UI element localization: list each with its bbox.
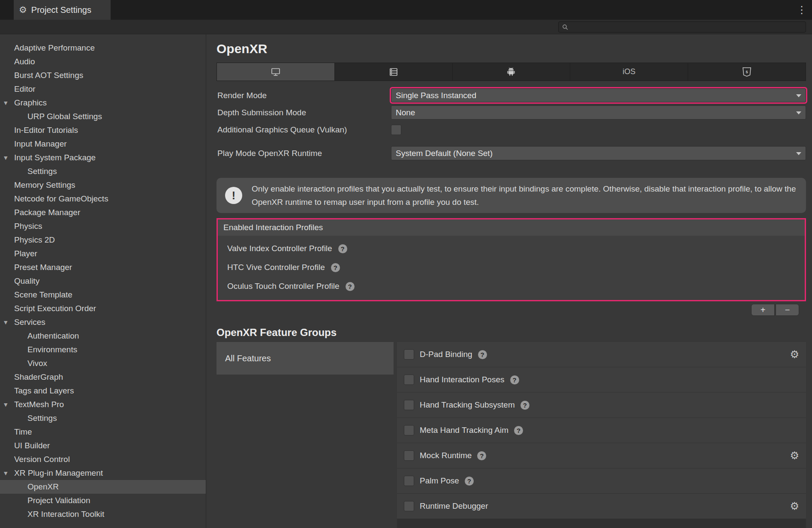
feature-settings-gear-icon[interactable]: ⚙ xyxy=(790,349,799,360)
profile-row-valve-index-controller-profile[interactable]: Valve Index Controller Profile? xyxy=(218,239,805,258)
feature-settings-gear-icon[interactable]: ⚙ xyxy=(790,450,799,461)
platform-tab-standalone[interactable] xyxy=(217,63,335,81)
kebab-menu-icon[interactable]: ⋮ xyxy=(797,5,807,15)
feature-group-list: All Features xyxy=(217,342,394,375)
platform-tab-ios[interactable]: iOS xyxy=(570,63,688,81)
sidebar-item-script-execution-order[interactable]: Script Execution Order xyxy=(0,302,206,315)
sidebar-item-scene-template[interactable]: Scene Template xyxy=(0,288,206,302)
remove-interaction-profile-button[interactable]: − xyxy=(776,304,799,316)
sidebar-item-in-editor-tutorials[interactable]: In-Editor Tutorials xyxy=(0,123,206,137)
sidebar-item-netcode-for-gameobjects[interactable]: Netcode for GameObjects xyxy=(0,192,206,206)
sidebar-item-graphics[interactable]: ▼Graphics xyxy=(0,96,206,110)
render-mode-label: Render Mode xyxy=(217,91,391,100)
profile-row-htc-vive-controller-profile[interactable]: HTC Vive Controller Profile? xyxy=(218,258,805,277)
settings-sidebar: Adaptive PerformanceAudioBurst AOT Setti… xyxy=(0,34,206,528)
sidebar-item-services[interactable]: ▼Services xyxy=(0,315,206,329)
feature-checkbox[interactable] xyxy=(404,349,414,360)
sidebar-item-label: ShaderGraph xyxy=(0,372,63,382)
sidebar-item-version-control[interactable]: Version Control xyxy=(0,453,206,466)
search-input[interactable] xyxy=(571,23,802,31)
feature-label: Mock Runtime xyxy=(420,451,472,460)
sidebar-item-adaptive-performance[interactable]: Adaptive Performance xyxy=(0,41,206,55)
project-settings-tab[interactable]: ⚙ Project Settings xyxy=(14,0,111,20)
platform-tab-dedicated-server[interactable] xyxy=(335,63,453,81)
sidebar-item-textmesh-pro[interactable]: ▼TextMesh Pro xyxy=(0,398,206,411)
sidebar-item-xr-plug-in-management[interactable]: ▼XR Plug-in Management xyxy=(0,466,206,480)
play-mode-openxr-runtime-dropdown[interactable]: System Default (None Set) xyxy=(391,146,806,160)
sidebar-item-physics[interactable]: Physics xyxy=(0,219,206,233)
sidebar-item-burst-aot-settings[interactable]: Burst AOT Settings xyxy=(0,69,206,82)
sidebar-item-quality[interactable]: Quality xyxy=(0,274,206,288)
feature-settings-gear-icon[interactable]: ⚙ xyxy=(790,501,799,511)
additional-graphics-queue-checkbox[interactable] xyxy=(391,125,401,135)
profiles-add-remove-buttons: + − xyxy=(217,304,806,316)
svg-text:5: 5 xyxy=(746,69,748,74)
foldout-arrow-icon[interactable]: ▼ xyxy=(4,100,7,106)
sidebar-item-editor[interactable]: Editor xyxy=(0,82,206,96)
foldout-arrow-icon[interactable]: ▼ xyxy=(4,155,7,161)
sidebar-item-physics-2d[interactable]: Physics 2D xyxy=(0,233,206,247)
platform-tab-android[interactable] xyxy=(453,63,571,81)
warning-icon: ! xyxy=(225,187,242,204)
feature-checkbox[interactable] xyxy=(404,400,414,410)
feature-group-all-features[interactable]: All Features xyxy=(217,342,394,375)
feature-checkbox[interactable] xyxy=(404,450,414,461)
warning-text: Only enable interaction profiles that yo… xyxy=(252,182,797,209)
help-icon[interactable]: ? xyxy=(520,401,529,410)
feature-row-meta-hand-tracking-aim: Meta Hand Tracking Aim? xyxy=(397,418,806,443)
sidebar-item-xr-interaction-toolkit[interactable]: XR Interaction Toolkit xyxy=(0,507,206,521)
settings-fields: Render Mode Single Pass Instanced Depth … xyxy=(217,88,806,160)
help-icon[interactable]: ? xyxy=(514,426,523,435)
sidebar-item-urp-global-settings[interactable]: URP Global Settings xyxy=(0,110,206,123)
add-interaction-profile-button[interactable]: + xyxy=(751,304,775,316)
search-box[interactable] xyxy=(558,21,806,33)
render-mode-value: Single Pass Instanced xyxy=(396,91,476,100)
sidebar-item-input-system-package[interactable]: ▼Input System Package xyxy=(0,151,206,165)
sidebar-item-input-manager[interactable]: Input Manager xyxy=(0,137,206,151)
dropdown-arrow-icon xyxy=(796,152,801,155)
sidebar-item-project-validation[interactable]: Project Validation xyxy=(0,494,206,507)
sidebar-item-openxr[interactable]: OpenXR xyxy=(0,480,206,494)
android-icon xyxy=(506,67,516,77)
sidebar-item-authentication[interactable]: Authentication xyxy=(0,329,206,343)
depth-submission-mode-value: None xyxy=(396,108,415,117)
feature-label: Hand Tracking Subsystem xyxy=(420,400,515,410)
help-icon[interactable]: ? xyxy=(331,263,340,272)
foldout-arrow-icon[interactable]: ▼ xyxy=(4,471,7,476)
sidebar-item-label: TextMesh Pro xyxy=(0,400,64,409)
help-icon[interactable]: ? xyxy=(478,350,487,359)
foldout-arrow-icon[interactable]: ▼ xyxy=(4,320,7,325)
help-icon[interactable]: ? xyxy=(346,282,355,291)
titlebar: ⚙ Project Settings ⋮ xyxy=(0,0,812,20)
platform-tab-webgl[interactable]: 5 xyxy=(688,63,806,81)
sidebar-item-ui-builder[interactable]: UI Builder xyxy=(0,439,206,453)
sidebar-item-label: Tags and Layers xyxy=(0,386,74,396)
feature-row-d-pad-binding: D-Pad Binding?⚙ xyxy=(397,342,806,367)
feature-checkbox[interactable] xyxy=(404,375,414,385)
render-mode-dropdown[interactable]: Single Pass Instanced xyxy=(391,88,806,102)
dropdown-arrow-icon xyxy=(796,94,801,97)
sidebar-item-memory-settings[interactable]: Memory Settings xyxy=(0,178,206,192)
sidebar-item-tags-and-layers[interactable]: Tags and Layers xyxy=(0,384,206,398)
help-icon[interactable]: ? xyxy=(465,477,474,486)
sidebar-item-vivox[interactable]: Vivox xyxy=(0,357,206,370)
sidebar-item-time[interactable]: Time xyxy=(0,425,206,439)
help-icon[interactable]: ? xyxy=(477,451,486,460)
profile-row-oculus-touch-controller-profile[interactable]: Oculus Touch Controller Profile? xyxy=(218,277,805,296)
sidebar-item-audio[interactable]: Audio xyxy=(0,55,206,69)
sidebar-item-environments[interactable]: Environments xyxy=(0,343,206,357)
feature-checkbox[interactable] xyxy=(404,476,414,486)
help-icon[interactable]: ? xyxy=(338,244,347,253)
sidebar-item-label: Preset Manager xyxy=(0,263,72,272)
sidebar-item-shadergraph[interactable]: ShaderGraph xyxy=(0,370,206,384)
feature-checkbox[interactable] xyxy=(404,425,414,435)
depth-submission-mode-dropdown[interactable]: None xyxy=(391,105,806,120)
sidebar-item-preset-manager[interactable]: Preset Manager xyxy=(0,261,206,274)
sidebar-item-player[interactable]: Player xyxy=(0,247,206,261)
sidebar-item-settings[interactable]: Settings xyxy=(0,411,206,425)
sidebar-item-settings[interactable]: Settings xyxy=(0,165,206,178)
help-icon[interactable]: ? xyxy=(510,375,519,384)
sidebar-item-package-manager[interactable]: Package Manager xyxy=(0,206,206,219)
feature-checkbox[interactable] xyxy=(404,501,414,511)
foldout-arrow-icon[interactable]: ▼ xyxy=(4,402,7,408)
